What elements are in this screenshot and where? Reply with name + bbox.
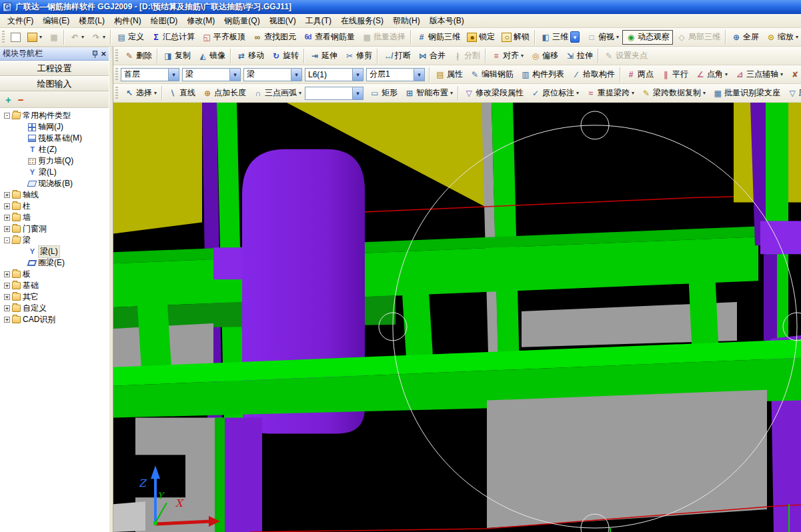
- split-button[interactable]: ∤ 分割: [449, 49, 484, 63]
- delete-button[interactable]: ✎ 删除: [121, 49, 155, 63]
- drawing-input-button[interactable]: 绘图输入: [0, 76, 109, 91]
- tree-item-common-types[interactable]: - 常用构件类型: [1, 110, 109, 121]
- layer-select[interactable]: 分层1: [366, 68, 425, 81]
- lock-button[interactable]: ● 锁定: [464, 30, 498, 45]
- slab-gray-light-corner[interactable]: [113, 501, 145, 532]
- tree-expander[interactable]: +: [4, 192, 10, 198]
- menu-item[interactable]: 修改(M): [182, 14, 219, 28]
- tree-expander[interactable]: +: [4, 271, 10, 277]
- find-element-button[interactable]: ∞ 查找图元: [249, 30, 299, 45]
- tree-item-foundation-group[interactable]: + 基础: [1, 280, 109, 291]
- tree-item-column[interactable]: 柱(Z): [1, 144, 109, 155]
- tree-expander[interactable]: -: [4, 113, 10, 119]
- in-situ-mark-button[interactable]: ✓ 原位标注: [527, 86, 582, 101]
- open-file-button[interactable]: [24, 30, 45, 45]
- re-extract-span-button[interactable]: ≈ 重提梁跨: [582, 86, 638, 101]
- menu-item[interactable]: 视图(V): [265, 14, 301, 28]
- tree-expander[interactable]: +: [4, 215, 10, 221]
- tree-item-ring-beam[interactable]: 圈梁(E): [1, 257, 109, 269]
- undo-button[interactable]: ↶: [66, 30, 87, 45]
- batch-identify-support-button[interactable]: ▦ 批量识别梁支座: [709, 86, 784, 101]
- span-data-copy-button[interactable]: ✎ 梁跨数据复制: [638, 86, 709, 101]
- break-button[interactable]: ↮ 打断: [379, 49, 414, 63]
- properties-button[interactable]: ▤ 属性: [432, 67, 466, 82]
- tree-expander[interactable]: +: [4, 294, 10, 300]
- new-file-button[interactable]: [7, 30, 24, 45]
- project-settings-button[interactable]: 工程设置: [0, 61, 109, 76]
- menu-item[interactable]: 帮助(H): [388, 14, 425, 28]
- expand-all-icon[interactable]: +: [5, 95, 11, 105]
- line-button[interactable]: ∖ 直线: [164, 86, 199, 101]
- type-select[interactable]: 梁: [243, 68, 302, 81]
- tree-item-axis-grid[interactable]: 轴网(J): [1, 121, 109, 133]
- batch-select-button[interactable]: ▦ 批量选择: [358, 30, 409, 45]
- menu-item[interactable]: 在线服务(S): [336, 14, 388, 28]
- collapse-all-icon[interactable]: −: [18, 95, 24, 105]
- slab-gray-lower-right[interactable]: [487, 390, 767, 528]
- full-screen-button[interactable]: ⊕ 全屏: [728, 30, 762, 45]
- select-button[interactable]: ↖ 选择: [121, 86, 160, 101]
- tree-item-shear-wall[interactable]: 剪力墙(Q): [1, 155, 109, 167]
- menu-item[interactable]: 版本号(B): [425, 14, 469, 28]
- tree-item-raft-foundation[interactable]: 筏板基础(M): [1, 133, 109, 144]
- rotate-button[interactable]: ↻ 旋转: [267, 49, 302, 63]
- three-point-aux-axis-button[interactable]: ⊿ 三点辅轴: [731, 67, 786, 82]
- column-bottom-center[interactable]: [223, 418, 262, 532]
- tree-expander[interactable]: +: [4, 283, 10, 289]
- tree-item-door-window-group[interactable]: + 门窗洞: [1, 223, 109, 235]
- rebar-3d-button[interactable]: # 钢筋三维: [413, 30, 464, 45]
- tree-item-cad-identify[interactable]: + CAD识别: [1, 314, 109, 325]
- stretch-button[interactable]: ⇲ 拉伸: [562, 49, 596, 63]
- apply-button[interactable]: ▽ 应用: [784, 86, 801, 101]
- menu-item[interactable]: 工具(T): [301, 14, 336, 28]
- tree-expander[interactable]: -: [4, 237, 10, 243]
- define-button[interactable]: ▤ 定义: [113, 30, 147, 45]
- tree-item-cast-slab[interactable]: 现浇板(B): [1, 178, 109, 189]
- zoom-button[interactable]: ⊙ 缩放: [762, 30, 801, 45]
- align-slab-top-button[interactable]: ◱ 平齐板顶: [198, 30, 249, 45]
- align-button[interactable]: ≡ 对齐: [488, 49, 527, 63]
- menu-item[interactable]: 编辑(E): [38, 14, 74, 28]
- element-select[interactable]: L6(1): [305, 68, 363, 81]
- summary-calc-button[interactable]: Σ 汇总计算: [147, 30, 198, 45]
- parallel-button[interactable]: ∥ 平行: [657, 67, 692, 82]
- beam-sliver-bottom[interactable]: [215, 418, 225, 532]
- tree-expander[interactable]: +: [4, 226, 10, 232]
- tree-item-other-group[interactable]: + 其它: [1, 291, 109, 303]
- offset-button[interactable]: ◎ 偏移: [527, 49, 562, 63]
- merge-button[interactable]: ⋈ 合并: [414, 49, 449, 63]
- menu-item[interactable]: 构件(N): [109, 14, 146, 28]
- slab-yellow-sliver[interactable]: [788, 103, 801, 181]
- pin-icon[interactable]: [92, 50, 98, 58]
- tree-item-beam-group[interactable]: - 梁: [1, 235, 109, 246]
- pick-element-button[interactable]: ∕ 拾取构件: [568, 67, 618, 82]
- orbit-button[interactable]: ◉ 动态观察: [622, 30, 673, 45]
- tree-item-slab-group[interactable]: + 板: [1, 269, 109, 280]
- move-button[interactable]: ⇄ 移动: [233, 49, 267, 63]
- delete-aux-axis-button[interactable]: ✘ 删除辅轴: [786, 67, 801, 82]
- point-length-button[interactable]: ⊕ 点加长度: [199, 86, 249, 101]
- two-point-button[interactable]: # 两点: [622, 67, 657, 82]
- redo-button[interactable]: ↷: [87, 30, 109, 45]
- menu-item[interactable]: 钢筋量(Q): [219, 14, 264, 28]
- view-3d-button[interactable]: ◧ 三维: [537, 30, 583, 45]
- tree-item-custom-group[interactable]: + 自定义: [1, 303, 109, 314]
- viewport-3d[interactable]: Z Y X: [113, 103, 801, 532]
- set-grip-button[interactable]: ✎ 设置夹点: [600, 49, 651, 63]
- point-angle-button[interactable]: ∠ 点角: [692, 67, 731, 82]
- unlock-button[interactable]: ○ 解锁: [498, 30, 533, 45]
- rectangle-button[interactable]: ▭ 矩形: [366, 86, 401, 101]
- tree-item-column-group[interactable]: + 柱: [1, 201, 109, 212]
- edit-rebar-button[interactable]: ✎ 编辑钢筋: [466, 67, 517, 82]
- view-rebar-qty-button[interactable]: 6d 查看钢筋量: [299, 30, 358, 45]
- tree-expander[interactable]: +: [4, 305, 10, 311]
- tree-item-axis-group[interactable]: + 轴线: [1, 189, 109, 201]
- partial-3d-button[interactable]: ◇ 局部三维: [673, 30, 724, 45]
- tree-expander[interactable]: +: [4, 317, 10, 323]
- menu-item[interactable]: 文件(F): [3, 14, 38, 28]
- copy-button[interactable]: ◨ 复制: [159, 49, 194, 63]
- tree-item-wall-group[interactable]: + 墙: [1, 212, 109, 223]
- mirror-button[interactable]: ◭ 镜像: [194, 49, 229, 63]
- trim-button[interactable]: ✂ 修剪: [341, 49, 375, 63]
- menu-item[interactable]: 楼层(L): [74, 14, 109, 28]
